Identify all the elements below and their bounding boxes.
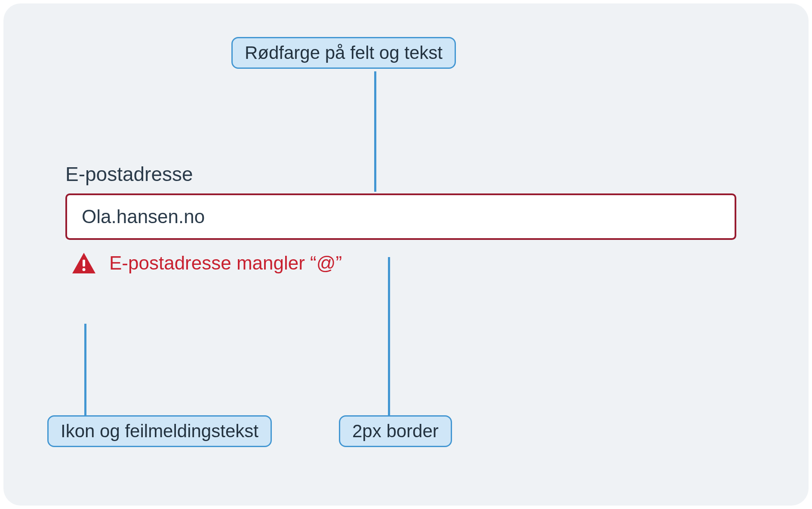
warning-triangle-icon	[71, 252, 96, 274]
callout-border: 2px border	[339, 415, 452, 447]
email-input-wrap	[65, 193, 736, 240]
error-message-row: E-postadresse mangler “@”	[65, 252, 736, 274]
connector-line	[388, 257, 390, 416]
svg-rect-0	[83, 260, 85, 267]
callout-label: 2px border	[352, 421, 439, 441]
callout-red-color: Rødfarge på felt og tekst	[231, 37, 456, 69]
callout-label: Ikon og feilmeldingstekst	[61, 421, 258, 441]
email-form-group: E-postadresse E-postadresse mangler “@”	[65, 163, 736, 274]
svg-point-1	[83, 268, 86, 271]
diagram-canvas: Rødfarge på felt og tekst E-postadresse …	[3, 3, 809, 506]
email-input[interactable]	[65, 193, 736, 240]
callout-label: Rødfarge på felt og tekst	[245, 43, 443, 63]
connector-line	[84, 324, 86, 416]
error-message-text: E-postadresse mangler “@”	[109, 252, 342, 274]
callout-icon-text: Ikon og feilmeldingstekst	[47, 415, 272, 447]
email-label: E-postadresse	[65, 163, 736, 186]
